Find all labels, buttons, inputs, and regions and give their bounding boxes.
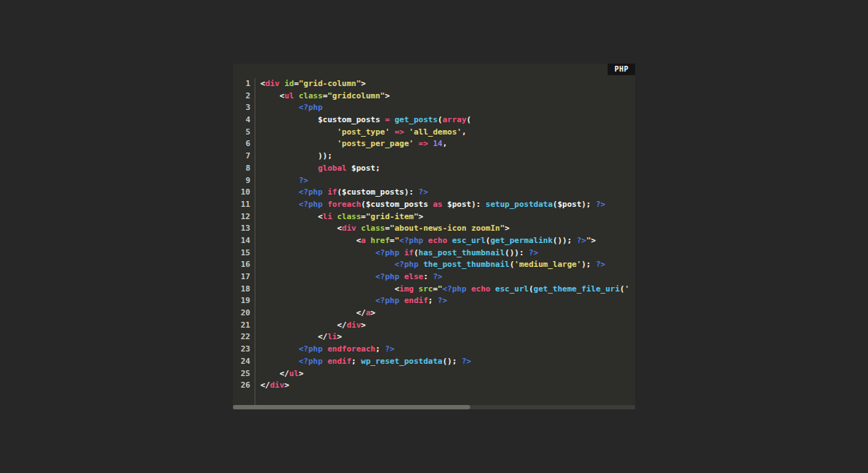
code-line: $custom_posts = get_posts(array( xyxy=(260,114,635,127)
code-line: <?php else: ?> xyxy=(260,271,635,284)
code-line: ?> xyxy=(260,175,635,187)
code-line: <div id="grid-column"> xyxy=(260,78,635,90)
code-line: )); xyxy=(260,150,635,163)
code-line: </a> xyxy=(260,307,635,320)
line-number: 23 xyxy=(233,344,250,356)
code-line: </ul> xyxy=(260,368,635,380)
line-number: 1 xyxy=(233,78,250,90)
line-number: 8 xyxy=(233,163,250,175)
line-number: 11 xyxy=(233,199,250,211)
code-line: <?php endif; wp_reset_postdata(); ?> xyxy=(260,356,635,368)
line-number: 26 xyxy=(233,380,250,392)
line-number: 6 xyxy=(233,138,250,150)
code-line: </div> xyxy=(260,380,635,392)
code-line: <ul class="gridcolumn"> xyxy=(260,90,635,103)
line-number: 20 xyxy=(233,307,250,320)
code-line: <li class="grid-item"> xyxy=(260,211,635,223)
code-line: </li> xyxy=(260,331,635,344)
language-badge: PHP xyxy=(608,64,635,75)
line-number: 21 xyxy=(233,320,250,332)
line-number: 2 xyxy=(233,90,250,103)
code-line: 'post_type' => 'all_demos', xyxy=(260,127,635,139)
line-number: 9 xyxy=(233,175,250,187)
code-line: <?php if(has_post_thumbnail()): ?> xyxy=(260,247,635,260)
code-line: <div class="about-news-icon zoomIn"> xyxy=(260,223,635,235)
line-number: 3 xyxy=(233,102,250,114)
line-number: 22 xyxy=(233,331,250,344)
gutter: 1234567891011121314151617181920212223242… xyxy=(233,78,255,405)
line-number: 14 xyxy=(233,235,250,247)
line-number: 13 xyxy=(233,223,250,235)
scrollbar-thumb[interactable] xyxy=(233,405,470,409)
line-number: 7 xyxy=(233,150,250,163)
page-background: PHP 123456789101112131415161718192021222… xyxy=(0,0,868,473)
code-line: <?php foreach($custom_posts as $post): s… xyxy=(260,199,635,211)
line-number: 12 xyxy=(233,211,250,223)
code-line: <?php endif; ?> xyxy=(260,295,635,307)
line-number: 18 xyxy=(233,284,250,296)
line-number: 5 xyxy=(233,127,250,139)
code-line: <?php xyxy=(260,102,635,114)
code-line: </div> xyxy=(260,320,635,332)
code-line: <img src="<?php echo esc_url(get_theme_f… xyxy=(260,284,635,296)
line-number: 4 xyxy=(233,114,250,127)
code-line: <?php the_post_thumbnail('medium_large')… xyxy=(260,259,635,271)
code-lines: <div id="grid-column"> <ul class="gridco… xyxy=(255,78,635,405)
code-content: 1234567891011121314151617181920212223242… xyxy=(233,64,635,405)
line-number: 10 xyxy=(233,187,250,199)
horizontal-scrollbar[interactable] xyxy=(233,405,635,409)
line-number: 16 xyxy=(233,259,250,271)
line-number: 24 xyxy=(233,356,250,368)
code-line: <a href="<?php echo esc_url(get_permalin… xyxy=(260,235,635,247)
line-number: 25 xyxy=(233,368,250,380)
code-line: 'posts_per_page' => 14, xyxy=(260,138,635,150)
code-line: <?php if($custom_posts): ?> xyxy=(260,187,635,199)
code-line: <?php endforeach; ?> xyxy=(260,344,635,356)
code-editor-panel[interactable]: PHP 123456789101112131415161718192021222… xyxy=(233,64,635,409)
line-number: 15 xyxy=(233,247,250,260)
line-number: 17 xyxy=(233,271,250,284)
code-line: global $post; xyxy=(260,163,635,175)
line-number: 19 xyxy=(233,295,250,307)
